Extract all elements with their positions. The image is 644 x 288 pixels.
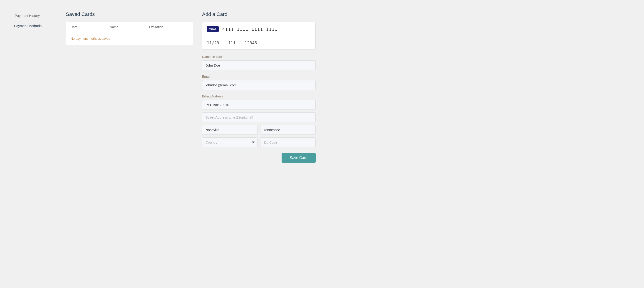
city-input[interactable] bbox=[202, 125, 258, 135]
email-label: Email bbox=[202, 75, 316, 78]
zip-input[interactable] bbox=[260, 138, 316, 147]
table-header: Card Name Expiration bbox=[66, 22, 193, 32]
name-on-card-input[interactable] bbox=[202, 60, 316, 70]
email-input[interactable] bbox=[202, 80, 316, 90]
billing-address-label: Billing Address bbox=[202, 94, 316, 98]
add-card-title: Add a Card bbox=[202, 11, 316, 17]
column-expiration: Expiration bbox=[149, 25, 188, 29]
address-line2-input[interactable] bbox=[202, 112, 316, 122]
cards-table: Card Name Expiration No payment methods … bbox=[66, 22, 193, 45]
save-button-row: Save Card bbox=[202, 153, 316, 163]
email-group: Email bbox=[202, 75, 316, 90]
name-on-card-label: Name on card bbox=[202, 55, 316, 58]
table-empty-message: No payment methods saved bbox=[66, 32, 193, 45]
save-card-button[interactable]: Save Card bbox=[282, 153, 316, 163]
add-card-section: Add a Card VISA 4111 1111 1111 1111 11/2… bbox=[202, 9, 316, 163]
address-line1-input[interactable] bbox=[202, 100, 316, 110]
column-name: Name bbox=[110, 25, 149, 29]
city-state-row bbox=[202, 125, 316, 135]
card-number-row: VISA 4111 1111 1111 1111 bbox=[202, 22, 316, 36]
state-input[interactable] bbox=[260, 125, 316, 135]
card-number: 4111 1111 1111 1111 bbox=[222, 27, 278, 32]
saved-cards-section: Saved Cards Card Name Expiration No paym… bbox=[66, 9, 193, 163]
card-zip: 12345 bbox=[245, 40, 257, 45]
card-details-row: 11/23 111 12345 bbox=[202, 36, 316, 49]
sidebar: Payment History Payment Methods bbox=[11, 9, 57, 163]
country-select[interactable]: Country bbox=[202, 138, 258, 147]
name-on-card-group: Name on card bbox=[202, 55, 316, 70]
country-zip-row: Country bbox=[202, 138, 316, 147]
card-cvv: 111 bbox=[228, 40, 236, 45]
card-expiry: 11/23 bbox=[207, 40, 219, 45]
sidebar-item-payment-history[interactable]: Payment History bbox=[11, 11, 57, 20]
column-card: Card bbox=[70, 25, 110, 29]
visa-badge: VISA bbox=[207, 26, 219, 32]
card-preview: VISA 4111 1111 1111 1111 11/23 111 12345 bbox=[202, 22, 316, 50]
sidebar-item-payment-methods[interactable]: Payment Methods bbox=[11, 22, 57, 30]
billing-address-group: Billing Address Country bbox=[202, 94, 316, 147]
saved-cards-title: Saved Cards bbox=[66, 11, 193, 17]
